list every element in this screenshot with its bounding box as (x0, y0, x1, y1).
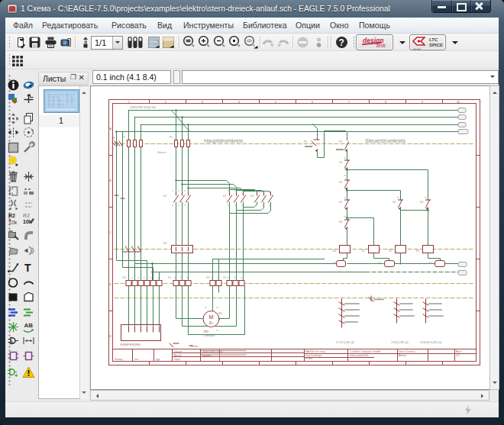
svg-text:C: C (110, 231, 112, 234)
svg-text:K3: K3 (429, 262, 432, 265)
svg-text:10: 10 (457, 101, 460, 104)
svg-text:2: 2 (165, 101, 166, 104)
svg-text:?: ? (339, 37, 344, 48)
svg-text:X1: X1 (223, 276, 226, 279)
svg-text:Blatt:: Blatt: (456, 350, 462, 353)
svg-text:K1: K1 (362, 250, 365, 253)
svg-text:1: 1 (128, 101, 130, 104)
svg-text:F1: F1 (122, 136, 125, 139)
svg-text:3kW: 3kW (203, 330, 209, 333)
svg-text:2Y (K1)-M1 (4): 2Y (K1)-M1 (4) (336, 341, 354, 344)
svg-text:K2: K2 (378, 262, 381, 265)
svg-text:K2: K2 (223, 195, 226, 198)
svg-text:M1: M1 (218, 312, 222, 315)
svg-text:B: B (110, 179, 112, 182)
svg-text:F5: F5 (304, 140, 307, 143)
svg-text:EINSPEISUNG: EINSPEISUNG (121, 343, 141, 346)
svg-text:4Y(K3/K1)-M1 (4): 4Y(K3/K1)-M1 (4) (420, 341, 441, 344)
svg-text:K1: K1 (339, 201, 342, 204)
svg-text:&: & (11, 340, 14, 344)
svg-text:X1: X1 (122, 276, 125, 279)
svg-text:Conveyor: Conveyor (203, 334, 215, 337)
svg-text:Rating: Rating (115, 358, 122, 361)
svg-text:K3: K3 (393, 201, 396, 204)
svg-text:www.cadsoft.de: www.cadsoft.de (350, 354, 369, 357)
svg-text:K3: K3 (250, 195, 254, 198)
svg-text:5: 5 (275, 101, 276, 104)
svg-text:Stern-Dreieck-: Stern-Dreieck- (399, 350, 416, 353)
svg-text:hartwig: hartwig (202, 354, 211, 357)
svg-text:4: 4 (238, 101, 240, 104)
svg-text:Name: Name (191, 345, 198, 348)
svg-text:F3: F3 (339, 140, 342, 143)
svg-text:3: 3 (202, 101, 203, 104)
svg-text:R2: R2 (23, 213, 30, 218)
svg-text:K4: K4 (333, 250, 336, 253)
svg-text:K2: K2 (389, 250, 392, 253)
svg-text:T: T (24, 262, 31, 274)
svg-text:PCBs: PCBs (305, 357, 312, 360)
svg-text:R2: R2 (8, 213, 15, 218)
svg-text:10k: 10k (8, 220, 18, 225)
svg-text:S2: S2 (339, 181, 342, 184)
svg-text:PE: PE (111, 137, 115, 140)
svg-text:Anlauf: Anlauf (399, 354, 406, 357)
svg-text:A: A (110, 127, 112, 130)
svg-text:50%: 50% (150, 40, 158, 44)
svg-text:Bearb:: Bearb: (174, 354, 182, 357)
svg-text:X1: X1 (206, 276, 209, 279)
svg-text:K1: K1 (163, 195, 166, 198)
svg-text:3~: 3~ (209, 320, 214, 325)
svg-text:Hauptstromkreis: Hauptstromkreis (204, 138, 243, 144)
svg-text:yyy: yyy (156, 358, 160, 361)
svg-text:9: 9 (422, 101, 423, 104)
svg-text:CadSoft Computer GmbH: CadSoft Computer GmbH (350, 350, 381, 353)
svg-text:D: D (110, 283, 112, 286)
svg-text:xxx: xxx (134, 358, 139, 361)
svg-text:K4: K4 (339, 221, 342, 224)
svg-text:F4: F4 (163, 242, 166, 245)
svg-text:K4: K4 (420, 201, 423, 204)
svg-text:AB: AB (24, 322, 34, 329)
svg-text:230V/3N 50/60 Hz: 230V/3N 50/60 Hz (130, 105, 156, 109)
svg-text:K1: K1 (333, 262, 336, 265)
svg-text:K3: K3 (416, 250, 419, 253)
svg-text:X1: X1 (168, 276, 171, 279)
svg-text:E: E (110, 335, 112, 338)
svg-text:7: 7 (348, 101, 350, 104)
svg-text:Datum:: Datum: (174, 350, 183, 353)
svg-text:1/1: 1/1 (456, 354, 460, 357)
svg-text:Steuerstromkreis: Steuerstromkreis (365, 138, 405, 143)
svg-text:S1: S1 (339, 161, 342, 164)
svg-text:6: 6 (312, 101, 313, 104)
svg-text:Gepr:: Gepr: (174, 358, 181, 361)
svg-text:M: M (209, 314, 214, 320)
svg-text:8: 8 (385, 101, 386, 104)
svg-text:EAGLE the easy: EAGLE the easy (305, 350, 325, 353)
svg-text:Source: Source (157, 151, 166, 154)
svg-text:F2: F2 (170, 136, 173, 139)
svg-text:3Y(K2)-M1 (4): 3Y(K2)-M1 (4) (391, 341, 409, 344)
svg-text:N: N (111, 147, 114, 150)
svg-text:way to design: way to design (305, 354, 321, 357)
